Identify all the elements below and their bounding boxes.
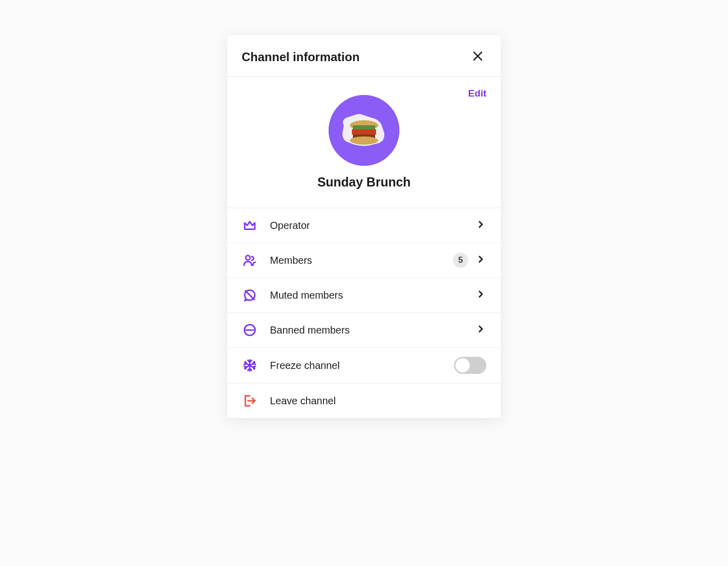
- close-icon: [471, 50, 484, 64]
- toggle-knob: [456, 358, 470, 372]
- menu-item-banned[interactable]: Banned members: [228, 313, 500, 348]
- close-button[interactable]: [469, 48, 486, 66]
- menu-item-operator[interactable]: Operator: [228, 208, 500, 243]
- profile-section: Edit Sunday Brunch: [228, 77, 500, 208]
- snowflake-icon: [242, 357, 258, 373]
- menu-item-leave[interactable]: Leave channel: [228, 384, 500, 418]
- channel-avatar: [329, 95, 399, 166]
- banned-icon: [242, 322, 258, 338]
- menu-label: Freeze channel: [270, 360, 454, 371]
- svg-point-7: [350, 136, 378, 145]
- menu-item-members[interactable]: Members 5: [228, 243, 500, 278]
- chevron-right-icon: [475, 254, 486, 267]
- panel-header: Channel information: [228, 35, 500, 77]
- menu-item-muted[interactable]: Muted members: [228, 278, 500, 313]
- chevron-right-icon: [475, 219, 486, 232]
- menu-item-freeze[interactable]: Freeze channel: [228, 348, 500, 384]
- svg-point-8: [246, 256, 250, 260]
- menu-label: Operator: [270, 220, 475, 231]
- menu-label: Banned members: [270, 324, 475, 336]
- leave-icon: [242, 393, 258, 409]
- menu-label: Muted members: [270, 290, 475, 301]
- members-icon: [242, 252, 258, 268]
- chevron-right-icon: [475, 289, 486, 302]
- edit-button[interactable]: Edit: [468, 88, 486, 99]
- muted-icon: [242, 287, 258, 303]
- freeze-toggle[interactable]: [454, 357, 486, 374]
- svg-rect-5: [352, 129, 376, 134]
- channel-info-panel: Channel information Edit Sunday Br: [228, 35, 500, 418]
- channel-name: Sunday Brunch: [242, 175, 486, 190]
- svg-line-9: [245, 291, 254, 300]
- members-count-badge: 5: [453, 253, 468, 268]
- menu-label: Leave channel: [270, 395, 486, 407]
- crown-icon: [242, 217, 258, 233]
- page-title: Channel information: [242, 50, 359, 64]
- menu-list: Operator Members 5: [228, 208, 500, 418]
- svg-rect-4: [353, 125, 375, 129]
- chevron-right-icon: [475, 323, 486, 337]
- menu-label: Members: [270, 255, 453, 266]
